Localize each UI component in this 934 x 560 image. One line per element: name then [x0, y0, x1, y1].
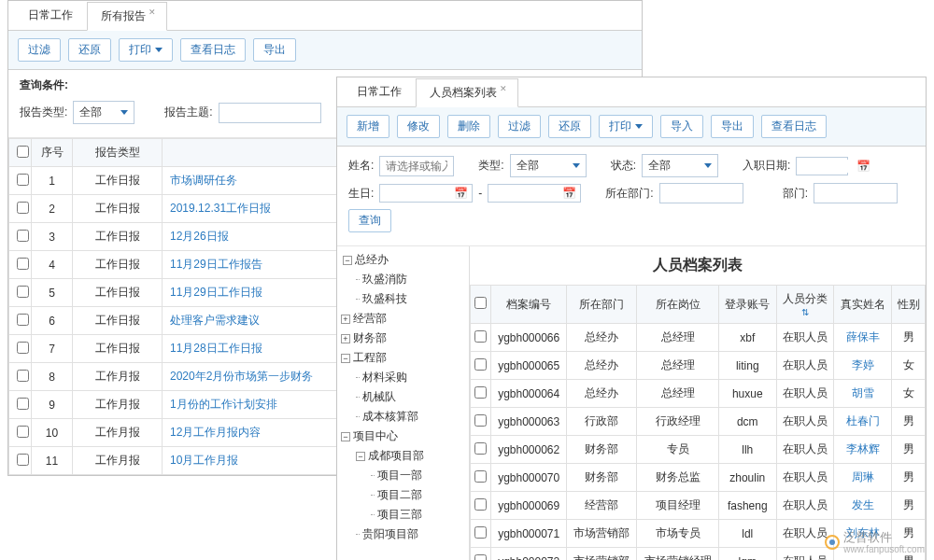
export-button[interactable]: 导出 [253, 38, 296, 62]
table-row[interactable]: ygbh000062财务部专员llh在职人员李林辉男 [471, 436, 926, 464]
tree-node[interactable]: 经营部 [353, 312, 387, 325]
col-head[interactable]: 真实姓名 [834, 286, 892, 324]
table-row[interactable]: ygbh000066总经办总经理xbf在职人员薛保丰男 [471, 324, 926, 352]
report-link[interactable]: 2020年2月份市场第一步财务 [170, 370, 313, 383]
tree-node[interactable]: 总经办 [355, 253, 389, 266]
person-link[interactable]: 周琳 [852, 470, 874, 483]
report-link[interactable]: 处理客户需求建议 [170, 314, 260, 327]
tab-daily-a[interactable]: 日常工作 [14, 1, 87, 30]
toolbar-btn-3[interactable]: 过滤 [498, 115, 541, 138]
tree-toggle[interactable]: − [341, 432, 350, 441]
status-select[interactable]: 全部 [642, 154, 718, 177]
close-icon[interactable]: ✕ [149, 7, 156, 17]
col-head[interactable]: 所在部门 [567, 286, 637, 324]
toolbar-btn-8[interactable]: 查看日志 [761, 115, 827, 138]
type-select[interactable]: 全部 [510, 154, 587, 177]
toolbar-btn-5[interactable]: 打印 [599, 115, 653, 138]
col-head[interactable]: 人员分类⇅ [776, 286, 834, 324]
report-link[interactable]: 11月29日工作报告 [170, 258, 262, 271]
table-row[interactable]: ygbh000070财务部财务总监zhoulin在职人员周琳男 [471, 464, 926, 492]
close-icon[interactable]: ✕ [500, 84, 507, 93]
tree-node[interactable]: 玖盛消防 [362, 273, 407, 286]
report-link[interactable]: 10月工作月报 [170, 454, 238, 467]
row-check[interactable] [474, 442, 487, 455]
col-head[interactable]: 档案编号 [491, 286, 567, 324]
reset-button[interactable]: 还原 [68, 38, 111, 62]
birth-to[interactable]: 📅 [488, 184, 581, 203]
tree-node[interactable]: 成本核算部 [362, 410, 418, 423]
tree-node[interactable]: 项目二部 [377, 488, 422, 501]
person-link[interactable]: 胡雪 [852, 386, 874, 399]
table-row[interactable]: ygbh000069经营部项目经理fasheng在职人员发生男 [471, 492, 926, 520]
row-check[interactable] [17, 454, 29, 466]
person-link[interactable]: 杜春门 [846, 414, 880, 427]
row-check[interactable] [17, 230, 29, 242]
tree-toggle[interactable]: + [341, 334, 350, 343]
tree-toggle[interactable]: − [356, 452, 365, 461]
tree-node[interactable]: 材料采购 [362, 371, 407, 384]
row-check[interactable] [17, 314, 29, 326]
report-topic-input[interactable] [219, 103, 321, 123]
print-button[interactable]: 打印 [119, 38, 173, 62]
birth-from[interactable]: 📅 [379, 184, 473, 203]
row-check[interactable] [17, 258, 29, 270]
report-link[interactable]: 2019.12.31工作日报 [170, 202, 271, 215]
report-link[interactable]: 11月29日工作日报 [170, 286, 262, 299]
row-check[interactable] [474, 414, 487, 427]
row-check[interactable] [17, 370, 29, 382]
filter-button[interactable]: 过滤 [18, 38, 61, 62]
row-check[interactable] [17, 398, 29, 410]
table-row[interactable]: ygbh000065总经办总经理liting在职人员李婷女 [471, 352, 926, 380]
row-check[interactable] [474, 330, 487, 343]
name-input[interactable] [379, 156, 454, 176]
table-row[interactable]: ygbh000064总经办总经理huxue在职人员胡雪女 [471, 380, 926, 408]
tree-node[interactable]: 项目三部 [377, 508, 422, 521]
tree-node[interactable]: 项目一部 [377, 469, 422, 482]
toolbar-btn-7[interactable]: 导出 [711, 115, 754, 138]
report-link[interactable]: 12月工作月报内容 [170, 426, 261, 439]
row-check[interactable] [474, 470, 487, 483]
tree-toggle[interactable]: − [341, 354, 350, 363]
tree-node[interactable]: 财务部 [353, 331, 387, 344]
tab-all-reports[interactable]: 所有报告✕ [87, 2, 167, 31]
select-all-a[interactable] [17, 146, 29, 158]
report-link[interactable]: 市场调研任务 [170, 174, 237, 187]
person-link[interactable]: 李婷 [852, 358, 874, 371]
col-head[interactable]: 所在岗位 [637, 286, 719, 324]
table-row[interactable]: ygbh000063行政部行政经理dcm在职人员杜春门男 [471, 408, 926, 436]
row-check[interactable] [17, 286, 29, 298]
select-all-b[interactable] [474, 297, 487, 309]
row-check[interactable] [474, 386, 487, 399]
toolbar-btn-1[interactable]: 修改 [397, 115, 440, 138]
row-check[interactable] [17, 342, 29, 354]
row-check[interactable] [474, 554, 487, 561]
toolbar-btn-6[interactable]: 导入 [660, 115, 703, 138]
row-check[interactable] [474, 526, 487, 539]
row-check[interactable] [17, 174, 29, 186]
dept-input[interactable] [659, 183, 743, 203]
tree-node[interactable]: 贵阳项目部 [362, 527, 418, 540]
person-link[interactable]: 李林辉 [846, 442, 880, 455]
dept2-input[interactable] [814, 183, 898, 203]
tree-toggle[interactable]: + [341, 315, 350, 324]
row-check[interactable] [17, 202, 29, 214]
query-button[interactable]: 查询 [348, 209, 391, 232]
person-link[interactable]: 薛保丰 [846, 330, 880, 343]
report-link[interactable]: 11月28日工作日报 [170, 342, 262, 355]
tree-node[interactable]: 机械队 [362, 390, 396, 403]
toolbar-btn-2[interactable]: 删除 [447, 115, 490, 138]
row-check[interactable] [474, 498, 487, 511]
tree-toggle[interactable]: − [343, 256, 352, 265]
hire-date[interactable]: 📅 [796, 157, 848, 175]
toolbar-btn-4[interactable]: 还原 [548, 115, 591, 138]
col-head[interactable]: 登录账号 [718, 286, 776, 324]
report-link[interactable]: 1月份的工作计划安排 [170, 398, 277, 411]
row-check[interactable] [474, 358, 487, 371]
report-type-select[interactable]: 全部 [73, 101, 134, 124]
tree-node[interactable]: 工程部 [353, 351, 387, 364]
col-head[interactable]: 性别 [892, 286, 926, 324]
viewlog-button[interactable]: 查看日志 [180, 38, 246, 62]
row-check[interactable] [17, 426, 29, 438]
report-link[interactable]: 12月26日报 [170, 230, 229, 243]
tab-daily-b[interactable]: 日常工作 [343, 77, 416, 106]
